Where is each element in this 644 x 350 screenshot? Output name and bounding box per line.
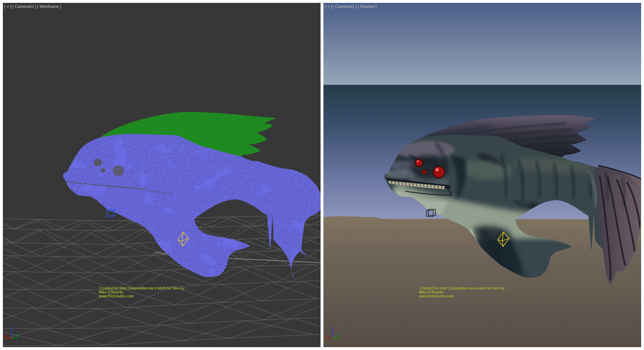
svg-text:www.fritzstudio.com: www.fritzstudio.com	[98, 294, 134, 298]
svg-text:y: y	[337, 334, 339, 337]
svg-text:www.fritzstudio.com: www.fritzstudio.com	[419, 294, 454, 298]
svg-text:Mike O'Rourke: Mike O'Rourke	[419, 290, 444, 294]
svg-text:y: y	[16, 334, 18, 337]
svg-text:Z: Z	[10, 325, 13, 329]
svg-text:x: x	[326, 334, 327, 337]
svg-text:X: X	[5, 334, 7, 337]
svg-text:Mike O'Rourke: Mike O'Rourke	[99, 290, 124, 294]
svg-text:[ + ] [ Camera01 ] [ Wireframe: [ + ] [ Camera01 ] [ Wireframe ]	[4, 4, 61, 9]
svg-text:[ + ] [ Camera01 ] [ Shaded ]: [ + ] [ Camera01 ] [ Shaded ]	[325, 4, 377, 9]
svg-text:Created for Intel Corporation: Created for Intel Corporation as a work …	[420, 286, 506, 290]
svg-text:z: z	[331, 325, 333, 329]
svg-text:Created for Intel Corporation: Created for Intel Corporation as a work …	[99, 286, 185, 290]
